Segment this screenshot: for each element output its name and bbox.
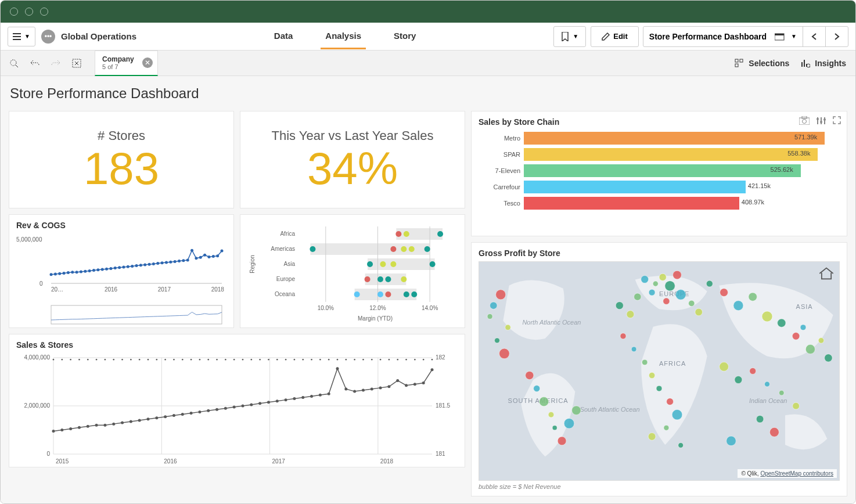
rev-cogs-card[interactable]: Rev & COGS 5,000,000 0 20…201620172018 — [9, 214, 234, 328]
step-back-button[interactable] — [26, 55, 44, 72]
svg-point-228 — [706, 280, 713, 287]
svg-point-75 — [390, 261, 396, 267]
svg-point-137 — [258, 402, 261, 405]
svg-point-227 — [695, 308, 703, 316]
svg-point-215 — [641, 276, 649, 283]
window-close-dot[interactable] — [10, 8, 18, 16]
window-min-dot[interactable] — [25, 8, 33, 16]
svg-text:2017: 2017 — [158, 286, 171, 293]
top-toolbar: ▼ ••• Global Operations Data Analysis St… — [1, 23, 855, 51]
svg-point-253 — [552, 426, 557, 430]
svg-point-190 — [328, 359, 330, 361]
svg-point-217 — [659, 273, 666, 280]
svg-point-49 — [195, 257, 197, 260]
svg-point-121 — [121, 422, 124, 424]
svg-point-2 — [10, 60, 16, 66]
snapshot-icon[interactable] — [799, 116, 810, 125]
chain-bar-row[interactable]: SPAR 558.38k — [479, 146, 840, 163]
svg-point-72 — [425, 246, 430, 252]
svg-point-76 — [430, 261, 436, 267]
selection-tab-close[interactable]: ✕ — [142, 57, 153, 68]
window-max-dot[interactable] — [40, 8, 48, 16]
svg-point-34 — [131, 265, 134, 268]
home-icon[interactable] — [818, 267, 835, 280]
margin-region-card[interactable]: AfricaAmericasAsiaEuropeOceana10.0%12.0%… — [240, 214, 465, 328]
svg-point-193 — [354, 359, 355, 361]
svg-rect-5 — [740, 59, 743, 62]
svg-point-188 — [311, 359, 312, 361]
svg-point-213 — [495, 338, 500, 343]
nav-story[interactable]: Story — [389, 24, 420, 49]
svg-text:2,000,000: 2,000,000 — [24, 402, 51, 409]
sheet-next-button[interactable] — [825, 26, 848, 47]
gross-profit-map-card[interactable]: Gross Profit by Store EUROPE AFRICA A — [471, 242, 847, 496]
svg-point-214 — [499, 348, 510, 359]
insights-button[interactable]: Insights — [801, 59, 846, 68]
clear-selection-icon — [71, 58, 82, 69]
svg-point-257 — [720, 362, 729, 372]
sheet-prev-button[interactable] — [803, 26, 826, 47]
svg-point-167 — [130, 359, 132, 361]
kpi-yoy-card[interactable]: This Year vs Last Year Sales 34% — [240, 111, 465, 208]
edit-button[interactable]: Edit — [591, 26, 639, 47]
map-canvas[interactable]: EUROPE AFRICA ASIA SOUTH AMERICA North A… — [479, 261, 840, 481]
svg-point-157 — [431, 368, 434, 371]
svg-point-71 — [409, 246, 415, 252]
sheet-dropdown-button[interactable]: Store Performance Dashboard ▼ — [643, 26, 803, 47]
svg-point-242 — [649, 372, 654, 378]
svg-point-156 — [422, 381, 425, 384]
svg-point-151 — [379, 386, 382, 389]
svg-point-229 — [720, 289, 728, 297]
margin-region-chart: AfricaAmericasAsiaEuropeOceana10.0%12.0%… — [247, 221, 456, 323]
sales-stores-card[interactable]: Sales & Stores 2015201620172018 02,000,0… — [9, 334, 465, 467]
card-tools — [799, 116, 841, 125]
svg-point-120 — [112, 423, 115, 426]
kpi-stores-card[interactable]: # Stores 183 — [9, 111, 234, 208]
nav-data[interactable]: Data — [269, 24, 298, 49]
svg-point-68 — [310, 246, 315, 252]
sales-stores-title: Sales & Stores — [16, 340, 458, 350]
svg-text:2018: 2018 — [211, 286, 225, 293]
chain-bar-row[interactable]: Metro 571.39k — [479, 130, 840, 146]
svg-point-197 — [389, 359, 390, 361]
insights-label: Insights — [815, 59, 846, 68]
svg-point-51 — [203, 254, 206, 257]
smart-search-button[interactable] — [5, 55, 23, 72]
app-window: ▼ ••• Global Operations Data Analysis St… — [0, 0, 856, 504]
rev-cogs-chart: 5,000,000 0 20…201620172018 — [16, 233, 225, 326]
clear-all-button[interactable] — [68, 55, 85, 72]
svg-point-43 — [169, 261, 172, 264]
svg-point-28 — [105, 268, 108, 271]
svg-text:Asia: Asia — [284, 261, 296, 267]
chain-bar-row[interactable]: 7-Eleven 525.62k — [479, 163, 840, 179]
svg-point-31 — [118, 266, 121, 269]
sales-by-chain-card[interactable]: Sales by Store Chain Metro 571.39kSPAR 5… — [471, 111, 847, 236]
chain-bar-row[interactable]: Carrefour 421.15k — [479, 179, 840, 195]
svg-point-85 — [411, 291, 417, 297]
svg-point-237 — [818, 338, 824, 344]
chain-bar-value: 558.38k — [787, 150, 810, 157]
svg-point-81 — [354, 291, 360, 297]
svg-point-265 — [726, 436, 736, 446]
selections-tool-button[interactable]: Selections — [735, 59, 789, 68]
menu-button[interactable]: ▼ — [8, 27, 35, 46]
fullscreen-icon[interactable] — [833, 116, 841, 124]
svg-point-208 — [823, 118, 826, 121]
svg-point-20 — [71, 271, 74, 273]
svg-point-196 — [380, 359, 382, 361]
svg-point-123 — [138, 419, 141, 422]
chain-bar-label: Carrefour — [479, 183, 520, 190]
bookmark-button[interactable]: ▼ — [553, 26, 586, 47]
nav-analysis[interactable]: Analysis — [321, 24, 366, 49]
exploration-icon[interactable] — [817, 116, 826, 125]
svg-text:4,000,000: 4,000,000 — [24, 354, 51, 361]
svg-text:0: 0 — [39, 280, 43, 287]
caret-down-icon: ▼ — [573, 33, 578, 39]
page-title: Store Performance Dashboard — [10, 85, 847, 102]
svg-point-166 — [121, 359, 123, 361]
chain-bar-row[interactable]: Tesco 408.97k — [479, 195, 840, 211]
osm-link[interactable]: OpenStreetMap contributors — [760, 470, 833, 477]
svg-point-136 — [250, 403, 253, 406]
selection-tab-company[interactable]: Company 5 of 7 ✕ — [95, 51, 158, 76]
svg-point-42 — [165, 261, 168, 264]
